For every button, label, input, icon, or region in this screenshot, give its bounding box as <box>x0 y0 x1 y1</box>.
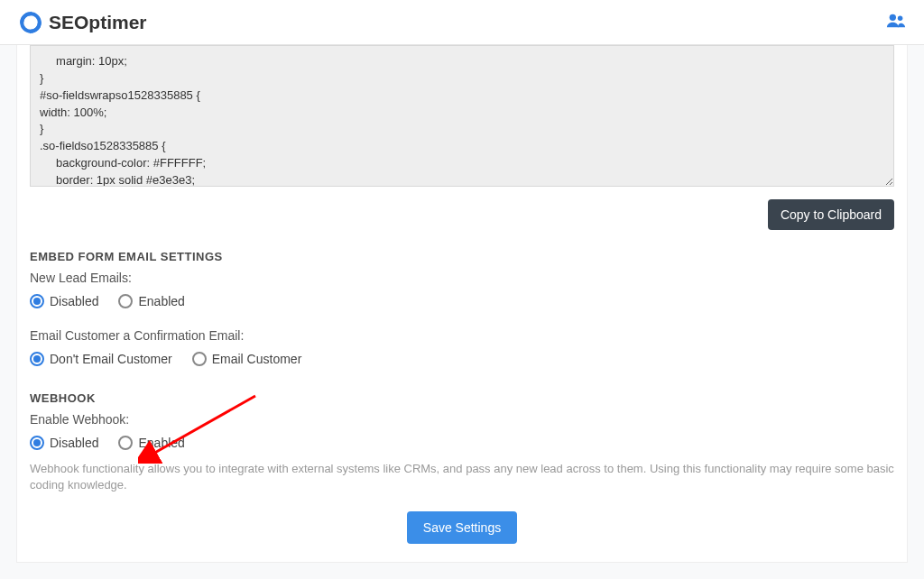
radio-icon <box>192 352 207 366</box>
enable-webhook-label: Enable Webhook: <box>30 412 894 427</box>
svg-point-2 <box>890 14 896 20</box>
copy-button-bar: Copy to Clipboard <box>30 199 894 230</box>
radio-icon <box>30 352 44 366</box>
webhook-disabled-radio[interactable]: Disabled <box>30 436 98 450</box>
radio-label: Disabled <box>50 436 98 450</box>
email-customer-radio[interactable]: Email Customer <box>192 352 302 366</box>
svg-point-3 <box>898 15 903 21</box>
radio-icon <box>118 436 133 450</box>
radio-label: Disabled <box>50 294 98 308</box>
save-button-bar: Save Settings <box>30 511 894 544</box>
radio-label: Don't Email Customer <box>50 352 172 366</box>
email-customer-radio-group: Don't Email Customer Email Customer <box>30 352 894 366</box>
save-settings-button[interactable]: Save Settings <box>407 511 517 544</box>
radio-label: Enabled <box>138 294 184 308</box>
radio-label: Email Customer <box>212 352 302 366</box>
embed-form-section-title: EMBED FORM EMAIL SETTINGS <box>30 250 894 263</box>
logo[interactable]: SEOptimer <box>18 10 147 35</box>
enable-webhook-radio-group: Disabled Enabled <box>30 436 894 450</box>
new-lead-disabled-radio[interactable]: Disabled <box>30 294 98 308</box>
logo-text: SEOptimer <box>49 12 147 33</box>
new-lead-emails-radio-group: Disabled Enabled <box>30 294 894 308</box>
new-lead-emails-label: New Lead Emails: <box>30 271 894 285</box>
radio-label: Enabled <box>138 436 184 450</box>
css-code-textarea[interactable] <box>30 45 894 187</box>
settings-panel: Copy to Clipboard EMBED FORM EMAIL SETTI… <box>16 45 908 563</box>
copy-to-clipboard-button[interactable]: Copy to Clipboard <box>768 199 894 230</box>
webhook-section-title: WEBHOOK <box>30 391 894 405</box>
new-lead-enabled-radio[interactable]: Enabled <box>118 294 184 308</box>
app-header: SEOptimer <box>0 0 924 45</box>
radio-icon <box>118 294 133 308</box>
logo-icon <box>18 10 43 35</box>
webhook-help-text: Webhook functionality allows you to inte… <box>30 461 894 493</box>
main-content: Copy to Clipboard EMBED FORM EMAIL SETTI… <box>0 45 924 563</box>
email-customer-label: Email Customer a Confirmation Email: <box>30 328 894 343</box>
dont-email-customer-radio[interactable]: Don't Email Customer <box>30 352 172 366</box>
radio-icon <box>30 294 44 308</box>
webhook-enabled-radio[interactable]: Enabled <box>118 436 184 450</box>
radio-icon <box>30 436 44 450</box>
header-users-icon[interactable] <box>886 11 906 34</box>
